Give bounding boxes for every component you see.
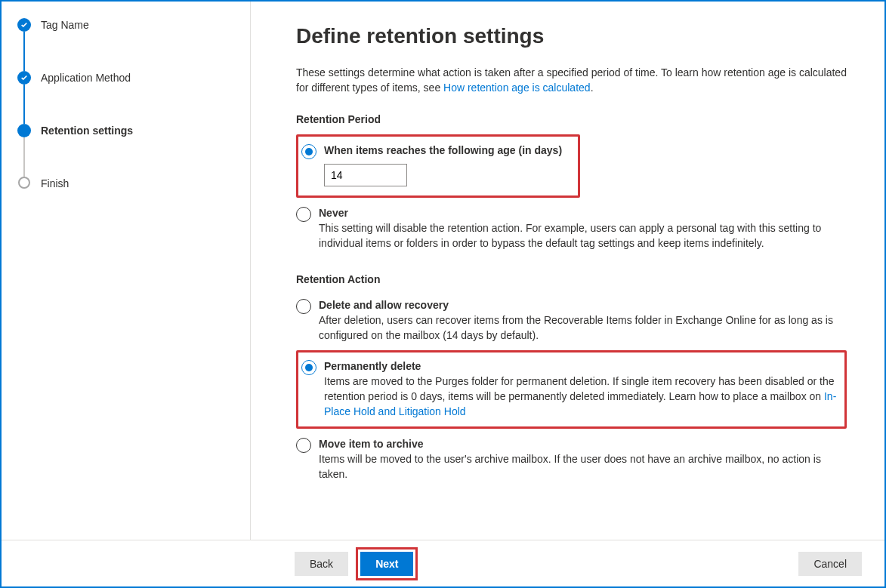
step-finish[interactable]: Finish	[17, 177, 235, 189]
option-delete-recover-label: Delete and allow recovery	[319, 299, 847, 311]
option-permanently-delete[interactable]: Permanently delete Items are moved to th…	[301, 356, 840, 422]
body-area: Tag Name Application Method Retention se…	[2, 2, 884, 540]
how-retention-calculated-link[interactable]: How retention age is calculated	[443, 82, 591, 94]
option-never-label: Never	[319, 207, 847, 219]
option-archive-label: Move item to archive	[319, 438, 847, 450]
check-icon	[17, 18, 31, 32]
step-connector	[23, 137, 25, 177]
wizard-dialog: Tag Name Application Method Retention se…	[0, 0, 886, 588]
desc-suffix: .	[591, 82, 594, 94]
step-label: Application Method	[41, 71, 131, 84]
step-retention-settings[interactable]: Retention settings	[17, 124, 235, 177]
option-age-label: When items reaches the following age (in…	[324, 144, 575, 156]
radio-age[interactable]	[301, 144, 316, 159]
step-connector	[23, 85, 25, 124]
option-never[interactable]: Never This setting will disable the rete…	[296, 202, 847, 254]
highlight-retention-age: When items reaches the following age (in…	[296, 134, 580, 198]
step-connector	[23, 32, 25, 71]
option-age[interactable]: When items reaches the following age (in…	[301, 140, 575, 189]
radio-archive[interactable]	[296, 438, 311, 453]
page-description: These settings determine what action is …	[296, 65, 847, 95]
option-archive-desc: Items will be moved to the user's archiv…	[319, 451, 847, 482]
retention-period-group: When items reaches the following age (in…	[296, 134, 847, 254]
option-perm-delete-desc: Items are moved to the Purges folder for…	[324, 374, 840, 419]
cancel-button[interactable]: Cancel	[798, 552, 862, 576]
option-delete-allow-recovery[interactable]: Delete and allow recovery After deletion…	[296, 294, 847, 346]
highlight-permanently-delete: Permanently delete Items are moved to th…	[296, 350, 847, 429]
check-icon	[17, 71, 31, 85]
radio-delete-recover[interactable]	[296, 299, 311, 314]
radio-never[interactable]	[296, 207, 311, 222]
perm-delete-desc-text: Items are moved to the Purges folder for…	[324, 375, 834, 402]
wizard-footer: Back Next Cancel	[2, 540, 884, 586]
step-tag-name[interactable]: Tag Name	[17, 18, 235, 71]
wizard-sidebar: Tag Name Application Method Retention se…	[2, 2, 251, 540]
option-never-desc: This setting will disable the retention …	[319, 220, 847, 251]
step-label: Retention settings	[41, 124, 133, 137]
current-step-icon	[17, 124, 31, 137]
option-move-to-archive[interactable]: Move item to archive Items will be moved…	[296, 433, 847, 485]
step-label: Finish	[41, 177, 69, 189]
age-days-input[interactable]	[324, 164, 407, 186]
back-button[interactable]: Back	[295, 552, 348, 576]
main-content: Define retention settings These settings…	[251, 2, 884, 540]
option-delete-recover-desc: After deletion, users can recover items …	[319, 312, 847, 343]
retention-action-title: Retention Action	[296, 273, 847, 285]
pending-step-icon	[18, 177, 30, 189]
page-title: Define retention settings	[296, 24, 847, 48]
step-application-method[interactable]: Application Method	[17, 71, 235, 124]
radio-perm-delete[interactable]	[301, 360, 316, 375]
option-perm-delete-label: Permanently delete	[324, 360, 840, 372]
next-button[interactable]: Next	[360, 552, 413, 576]
retention-period-title: Retention Period	[296, 113, 847, 125]
step-label: Tag Name	[41, 18, 89, 31]
retention-action-group: Delete and allow recovery After deletion…	[296, 294, 847, 485]
highlight-next: Next	[356, 547, 418, 580]
